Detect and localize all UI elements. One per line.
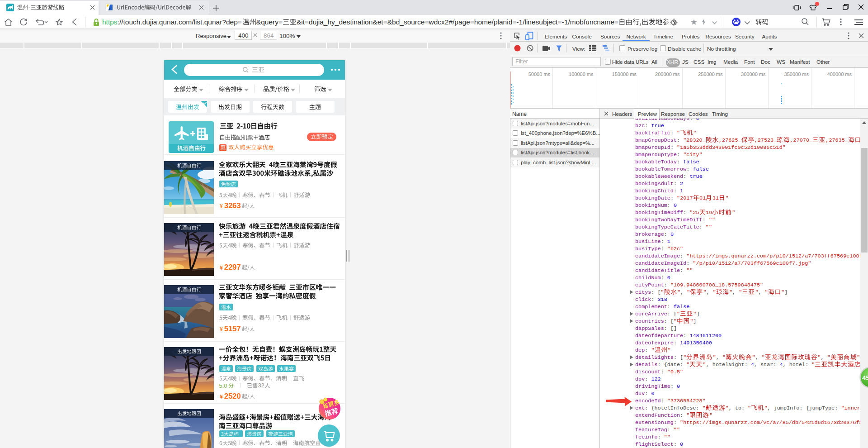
svg-text:45: 45 [862,374,868,381]
